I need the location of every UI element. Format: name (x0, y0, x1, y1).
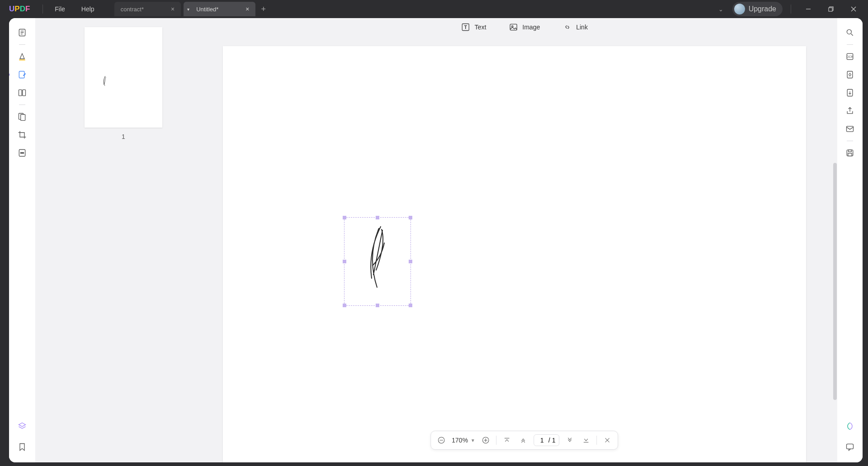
reader-tool[interactable] (14, 24, 30, 41)
close-button[interactable] (844, 2, 863, 16)
svg-rect-11 (19, 90, 22, 95)
search-tool[interactable] (842, 24, 858, 41)
zoom-out-button[interactable] (435, 434, 447, 446)
svg-text:T: T (464, 24, 467, 30)
caret-down-icon: ▼ (471, 438, 475, 443)
resize-handle-w[interactable] (343, 260, 346, 263)
zoom-select[interactable]: 170% ▼ (452, 437, 475, 444)
resize-handle-e[interactable] (409, 260, 412, 263)
signature-drawing (359, 225, 395, 297)
share-tool[interactable] (842, 103, 858, 119)
separator (19, 105, 25, 105)
svg-rect-16 (20, 152, 24, 153)
page-sep: / (548, 437, 550, 444)
svg-line-31 (851, 34, 853, 36)
menu-file[interactable]: File (47, 5, 73, 13)
add-tab-button[interactable]: + (261, 5, 266, 14)
upgrade-button[interactable]: Upgrade (732, 2, 783, 16)
close-bar-button[interactable] (602, 434, 613, 446)
svg-rect-34 (847, 71, 853, 78)
tab-dropdown-icon[interactable]: ▾ (187, 7, 189, 12)
svg-rect-38 (849, 150, 852, 152)
separator (19, 44, 25, 45)
logo-d: D (20, 5, 25, 13)
ai-tool[interactable] (842, 418, 858, 434)
tab-label: Untitled* (196, 6, 218, 13)
right-bottom-tools (842, 418, 858, 455)
document-page[interactable] (223, 46, 806, 462)
next-page-button[interactable] (564, 434, 576, 446)
svg-rect-2 (829, 8, 832, 11)
minimize-button[interactable] (799, 2, 817, 16)
chat-tool[interactable] (842, 439, 858, 455)
prev-page-button[interactable] (517, 434, 529, 446)
svg-text:OCR: OCR (847, 55, 854, 58)
close-icon[interactable]: × (245, 5, 249, 13)
title-bar: UPDF File Help contract* × ▾ Untitled* ×… (0, 0, 868, 18)
resize-handle-nw[interactable] (343, 216, 346, 219)
zoom-value: 170% (452, 437, 468, 444)
logo-u: U (9, 5, 14, 13)
selection-box[interactable] (344, 217, 411, 306)
separator (847, 141, 853, 141)
separator (847, 44, 853, 45)
upgrade-label: Upgrade (749, 5, 776, 13)
page-input[interactable]: / 1 (533, 434, 560, 446)
highlight-tool[interactable] (14, 48, 30, 65)
svg-rect-14 (21, 114, 25, 120)
edit-tool[interactable] (14, 67, 30, 83)
tab-label: contract* (121, 6, 144, 13)
tab-untitled[interactable]: ▾ Untitled* × (184, 2, 255, 16)
main-area: T Text Image Link (212, 18, 837, 462)
mail-tool[interactable] (842, 121, 858, 137)
image-tool[interactable]: Image (509, 23, 540, 32)
ai-file-tool[interactable] (842, 67, 858, 83)
svg-rect-39 (848, 153, 852, 156)
zoom-bar: 170% ▼ / 1 (430, 431, 618, 450)
right-toolbar: OCR (837, 18, 863, 462)
logo-f: F (25, 5, 30, 13)
maximize-button[interactable] (822, 2, 840, 16)
svg-rect-19 (510, 24, 517, 30)
form-tool[interactable] (14, 85, 30, 101)
logo-p: P (14, 5, 19, 13)
scrollbar-thumb[interactable] (833, 163, 837, 400)
first-page-button[interactable] (501, 434, 513, 446)
close-icon[interactable]: × (171, 5, 175, 13)
vertical-scrollbar[interactable] (833, 46, 837, 462)
text-tool[interactable]: T Text (461, 23, 486, 32)
crop-tool[interactable] (14, 127, 30, 143)
redact-tool[interactable] (14, 145, 30, 161)
resize-handle-ne[interactable] (409, 216, 412, 219)
menu-help[interactable]: Help (73, 5, 103, 13)
chevron-down-icon[interactable]: ⌄ (714, 6, 728, 13)
zoom-in-button[interactable] (480, 434, 491, 446)
tab-contract[interactable]: contract* × (114, 2, 181, 16)
ocr-tool[interactable]: OCR (842, 48, 858, 65)
svg-rect-40 (847, 444, 854, 449)
resize-handle-se[interactable] (409, 304, 412, 307)
page-extract-tool[interactable] (842, 85, 858, 101)
link-tool-label: Link (576, 24, 588, 31)
svg-rect-36 (847, 126, 854, 132)
resize-handle-n[interactable] (376, 216, 379, 219)
text-tool-label: Text (475, 24, 486, 31)
divider (791, 5, 791, 14)
current-page-field[interactable] (538, 437, 547, 444)
total-pages: 1 (552, 437, 556, 444)
organize-tool[interactable] (14, 109, 30, 125)
left-bottom-tools (14, 418, 30, 455)
resize-handle-s[interactable] (376, 304, 379, 307)
save-tool[interactable] (842, 145, 858, 161)
bookmark-tool[interactable] (14, 439, 30, 455)
separator (597, 436, 597, 445)
last-page-button[interactable] (580, 434, 592, 446)
svg-rect-12 (23, 90, 26, 95)
edit-top-tools: T Text Image Link (461, 23, 588, 32)
layers-tool[interactable] (14, 418, 30, 434)
resize-handle-sw[interactable] (343, 304, 346, 307)
separator (496, 436, 496, 445)
title-right: ⌄ Upgrade (714, 2, 868, 16)
page-thumbnail[interactable] (85, 27, 162, 128)
link-tool[interactable]: Link (562, 23, 588, 32)
